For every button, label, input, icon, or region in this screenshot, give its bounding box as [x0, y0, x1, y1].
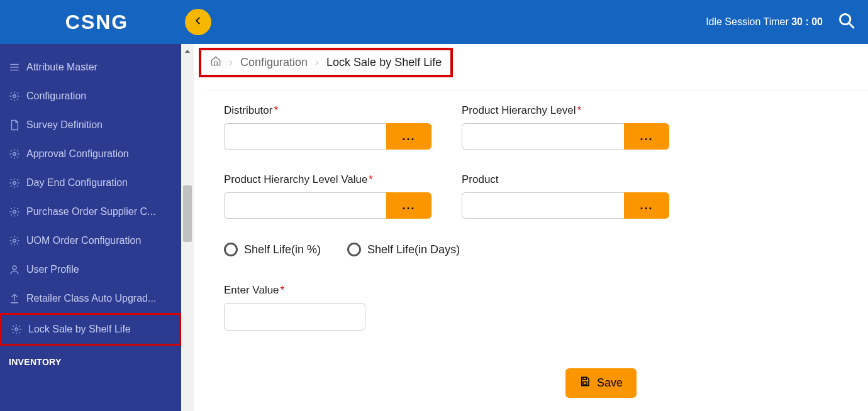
sidebar-item-label: Day End Configuration	[26, 177, 128, 189]
svg-point-9	[13, 239, 16, 243]
sidebar-item-approval-configuration[interactable]: Approval Configuration	[0, 140, 181, 168]
sidebar-item-uom-order-configuration[interactable]: UOM Order Configuration	[0, 226, 181, 255]
sidebar-item-purchase-order-supplier[interactable]: Purchase Order Supplier C...	[0, 197, 181, 226]
radio-label: Shelf Life(in Days)	[367, 243, 460, 256]
distributor-label: Distributor*	[224, 104, 431, 117]
sidebar-item-label: Approval Configuration	[26, 148, 129, 160]
back-button[interactable]	[185, 9, 211, 35]
home-icon[interactable]	[210, 55, 221, 70]
sidebar-item-label: Retailer Class Auto Upgrad...	[26, 293, 156, 304]
gear-icon	[11, 324, 22, 335]
gear-icon	[9, 177, 20, 189]
svg-point-0	[840, 14, 850, 25]
sidebar-item-label: Configuration	[26, 90, 86, 102]
breadcrumb-level-2: Lock Sale by Shelf Life	[326, 56, 442, 69]
upgrade-icon	[9, 293, 20, 304]
chevron-left-icon	[194, 16, 203, 28]
logo-wrap: CSNG	[13, 11, 181, 34]
enter-value-input[interactable]	[224, 303, 365, 331]
svg-line-1	[849, 23, 854, 28]
save-label: Save	[597, 376, 623, 390]
gear-icon	[9, 90, 20, 102]
sidebar-item-label: Lock Sale by Shelf Life	[28, 324, 131, 335]
gear-icon	[9, 206, 20, 217]
svg-point-11	[15, 328, 18, 331]
sidebar-scrollbar[interactable]	[181, 44, 194, 411]
idle-session-timer: Idle Session Timer 30 : 00	[706, 16, 823, 28]
radio-shelf-life-percent[interactable]: Shelf Life(in %)	[224, 243, 321, 256]
distributor-lookup-button[interactable]: ...	[386, 123, 431, 150]
svg-point-10	[13, 266, 16, 270]
gear-icon	[9, 148, 20, 160]
product-input[interactable]	[462, 192, 624, 219]
svg-point-6	[13, 153, 16, 156]
required-marker: *	[577, 104, 581, 116]
chevron-right-icon	[314, 56, 320, 69]
sidebar-section-inventory: INVENTORY	[0, 346, 181, 372]
breadcrumb: Configuration Lock Sale by Shelf Life	[199, 48, 453, 77]
radio-shelf-life-days[interactable]: Shelf Life(in Days)	[347, 243, 460, 256]
list-icon	[9, 62, 20, 73]
search-button[interactable]	[838, 12, 855, 32]
required-marker: *	[281, 284, 285, 296]
sidebar-item-configuration[interactable]: Configuration	[0, 82, 181, 111]
sidebar-item-attribute-master[interactable]: Attribute Master	[0, 53, 181, 82]
search-icon	[838, 21, 855, 31]
enter-value-label: Enter Value*	[224, 284, 431, 297]
product-hierarchy-level-label: Product Hierarchy Level*	[462, 104, 669, 117]
radio-label: Shelf Life(in %)	[244, 243, 321, 256]
app-header: CSNG Idle Session Timer 30 : 00	[0, 0, 868, 44]
sidebar-item-user-profile[interactable]: User Profile	[0, 255, 181, 284]
product-hierarchy-level-lookup-button[interactable]: ...	[624, 123, 669, 150]
product-hierarchy-level-value-input[interactable]	[224, 192, 386, 219]
app-logo: CSNG	[65, 11, 128, 34]
chevron-right-icon	[228, 56, 234, 69]
main-content: Configuration Lock Sale by Shelf Life Di…	[194, 44, 868, 411]
distributor-input[interactable]	[224, 123, 386, 150]
sidebar-item-label: UOM Order Configuration	[26, 235, 141, 246]
required-marker: *	[274, 104, 278, 116]
field-distributor: Distributor* ...	[224, 104, 431, 150]
sidebar-item-label: Attribute Master	[26, 62, 97, 73]
product-hierarchy-level-value-lookup-button[interactable]: ...	[386, 192, 431, 219]
save-icon	[579, 376, 591, 390]
product-lookup-button[interactable]: ...	[624, 192, 669, 219]
radio-icon	[224, 243, 238, 256]
breadcrumb-level-1[interactable]: Configuration	[240, 56, 308, 69]
gear-icon	[9, 235, 20, 246]
product-hierarchy-level-value-label: Product Hierarchy Level Value*	[224, 173, 431, 186]
scroll-up-icon	[184, 47, 191, 54]
sidebar-item-day-end-configuration[interactable]: Day End Configuration	[0, 168, 181, 197]
sidebar[interactable]: Attribute Master Configuration Survey De…	[0, 44, 181, 411]
scrollbar-thumb[interactable]	[183, 185, 192, 242]
product-hierarchy-level-input[interactable]	[462, 123, 624, 150]
save-button[interactable]: Save	[565, 368, 637, 398]
svg-point-7	[13, 182, 16, 185]
svg-rect-12	[583, 382, 587, 385]
svg-point-8	[13, 211, 16, 214]
sidebar-item-lock-sale-by-shelf-life[interactable]: Lock Sale by Shelf Life	[0, 313, 181, 346]
radio-icon	[347, 243, 361, 256]
sidebar-item-label: Purchase Order Supplier C...	[26, 206, 155, 217]
field-enter-value: Enter Value*	[224, 284, 431, 331]
document-icon	[9, 119, 20, 131]
sidebar-item-retailer-class-auto-upgrade[interactable]: Retailer Class Auto Upgrad...	[0, 284, 181, 313]
sidebar-item-label: Survey Definition	[26, 119, 103, 131]
sidebar-item-survey-definition[interactable]: Survey Definition	[0, 111, 181, 140]
sidebar-item-label: User Profile	[26, 264, 79, 275]
form-panel: Distributor* ... Product Hierarchy Level…	[206, 90, 868, 410]
idle-time-value: 30 : 00	[791, 16, 823, 27]
svg-point-5	[13, 95, 16, 98]
user-icon	[9, 264, 20, 275]
idle-label: Idle Session Timer	[706, 16, 789, 27]
field-product: Product ...	[462, 173, 669, 219]
shelf-life-radio-group: Shelf Life(in %) Shelf Life(in Days)	[224, 243, 850, 256]
product-label: Product	[462, 173, 669, 186]
field-product-hierarchy-level-value: Product Hierarchy Level Value* ...	[224, 173, 431, 219]
field-product-hierarchy-level: Product Hierarchy Level* ...	[462, 104, 669, 150]
required-marker: *	[369, 173, 373, 185]
